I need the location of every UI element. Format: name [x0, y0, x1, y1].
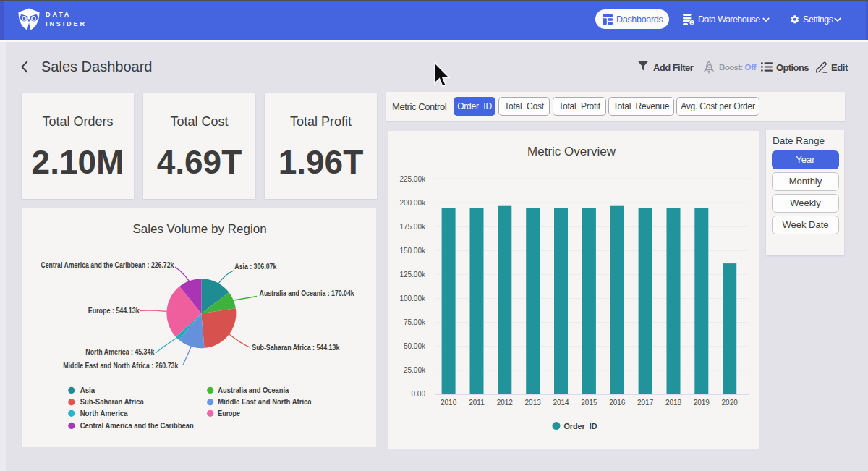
svg-text:2011: 2011	[469, 398, 485, 406]
svg-text:Middle East and North Africa :: Middle East and North Africa : 260.73k	[63, 361, 178, 369]
svg-text:25.00k: 25.00k	[403, 366, 425, 374]
svg-text:2015: 2015	[581, 398, 597, 406]
svg-text:2020: 2020	[721, 398, 738, 406]
svg-text:200.00k: 200.00k	[399, 198, 426, 206]
svg-text:150.00k: 150.00k	[399, 246, 426, 254]
svg-text:Central America and the Caribb: Central America and the Caribbean	[80, 422, 194, 430]
svg-text:2014: 2014	[553, 398, 569, 406]
svg-text:2018: 2018	[665, 398, 681, 406]
svg-text:North America: North America	[80, 409, 128, 417]
svg-text:Central America and the Caribb: Central America and the Caribbean : 226.…	[41, 260, 174, 268]
svg-text:Asia : 306.07k: Asia : 306.07k	[234, 263, 276, 271]
svg-text:2016: 2016	[609, 398, 626, 406]
svg-text:125.00k: 125.00k	[399, 270, 426, 278]
svg-text:Middle East and North Africa: Middle East and North Africa	[218, 398, 312, 406]
svg-text:2017: 2017	[637, 398, 653, 406]
svg-text:Order_ID: Order_ID	[563, 421, 597, 430]
svg-text:Sub-Saharan Africa: Sub-Saharan Africa	[80, 398, 144, 406]
svg-text:Europe : 544.13k: Europe : 544.13k	[88, 307, 140, 315]
svg-text:2012: 2012	[496, 398, 513, 406]
svg-text:North America : 45.34k: North America : 45.34k	[85, 347, 154, 355]
svg-text:Sub-Saharan Africa : 544.13k: Sub-Saharan Africa : 544.13k	[252, 343, 339, 351]
svg-text:0.00: 0.00	[411, 390, 425, 398]
svg-text:2010: 2010	[440, 398, 456, 406]
svg-text:Europe: Europe	[218, 409, 240, 417]
svg-text:100.00k: 100.00k	[399, 294, 426, 302]
svg-text:Australia and Oceania: Australia and Oceania	[218, 386, 289, 394]
svg-text:Australia and Oceania : 170.04: Australia and Oceania : 170.04k	[260, 289, 354, 297]
svg-text:50.00k: 50.00k	[403, 342, 425, 350]
svg-text:75.00k: 75.00k	[403, 318, 425, 326]
svg-text:Asia: Asia	[80, 386, 95, 394]
svg-text:2013: 2013	[524, 398, 541, 406]
svg-text:2019: 2019	[693, 398, 710, 406]
svg-text:225.00k: 225.00k	[399, 174, 426, 182]
svg-text:175.00k: 175.00k	[399, 222, 426, 230]
svg-text:Metric Overview: Metric Overview	[527, 144, 616, 158]
svg-text:Sales Volume by Region: Sales Volume by Region	[132, 222, 266, 236]
